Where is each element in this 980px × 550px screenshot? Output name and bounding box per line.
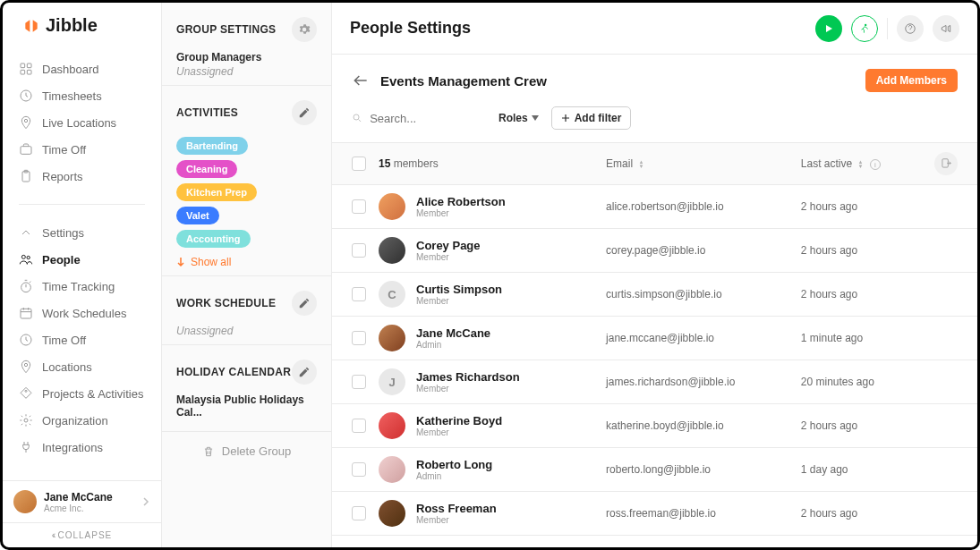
people-icon <box>19 252 33 267</box>
member-email: curtis.simpson@jibble.io <box>606 288 801 300</box>
member-role: Member <box>416 427 502 437</box>
location-pin-icon <box>19 360 33 374</box>
clipboard-icon <box>19 169 33 183</box>
roles-filter-dropdown[interactable]: Roles <box>499 112 539 124</box>
work-schedule-edit-button[interactable] <box>292 291 317 316</box>
member-last-active: 2 hours ago <box>801 200 931 213</box>
group-settings-gear-button[interactable] <box>292 17 317 42</box>
member-name: Corey Page <box>416 239 481 252</box>
nav-item-work-schedules[interactable]: Work Schedules <box>3 300 161 326</box>
nav-item-locations[interactable]: Locations <box>3 353 161 380</box>
select-all-checkbox[interactable] <box>352 157 366 171</box>
clock-in-button[interactable] <box>815 15 842 42</box>
collapse-sidebar-button[interactable]: ‹‹COLLAPSE <box>3 522 161 547</box>
table-row[interactable]: Corey Page Member corey.page@jibble.io 2… <box>332 229 977 273</box>
add-members-button[interactable]: Add Members <box>865 69 958 92</box>
user-status-button[interactable] <box>851 15 878 42</box>
activity-pill-cleaning[interactable]: Cleaning <box>176 160 237 178</box>
row-checkbox[interactable] <box>352 462 366 477</box>
info-icon[interactable]: i <box>870 159 881 170</box>
help-icon <box>904 22 916 35</box>
export-button[interactable] <box>934 152 958 175</box>
play-icon <box>824 24 833 33</box>
svg-point-5 <box>24 119 27 122</box>
nav-item-organization[interactable]: Organization <box>3 407 161 434</box>
pencil-icon <box>298 106 311 119</box>
table-row[interactable]: Alice Robertson Member alice.robertson@j… <box>332 185 977 229</box>
holiday-calendar-edit-button[interactable] <box>292 360 317 385</box>
activity-pill-accounting[interactable]: Accounting <box>176 230 251 248</box>
member-name: Curtis Simpson <box>416 283 502 296</box>
row-checkbox[interactable] <box>352 287 366 301</box>
help-button[interactable] <box>897 15 924 42</box>
member-email: jane.mccane@jibble.io <box>606 332 801 344</box>
activity-pill-valet[interactable]: Valet <box>176 207 219 224</box>
activities-edit-button[interactable] <box>292 100 317 125</box>
nav-item-time-tracking[interactable]: Time Tracking <box>3 273 161 300</box>
row-checkbox[interactable] <box>352 419 366 433</box>
nav-item-settings[interactable]: Settings <box>3 219 161 246</box>
member-name: Katherine Boyd <box>416 414 502 427</box>
table-row[interactable]: Roberto Long Admin roberto.long@jibble.i… <box>332 448 977 492</box>
nav-item-reports[interactable]: Reports <box>3 163 161 190</box>
last-active-column-header[interactable]: Last active ▲▼ i <box>801 157 931 171</box>
member-email: corey.page@jibble.io <box>606 244 801 257</box>
nav-item-live-locations[interactable]: Live Locations <box>3 109 161 136</box>
table-row[interactable]: Jane McCane Admin jane.mccane@jibble.io … <box>332 317 977 360</box>
member-role: Admin <box>416 471 492 481</box>
nav-item-dashboard[interactable]: Dashboard <box>3 55 161 82</box>
nav-item-time-off[interactable]: Time Off <box>3 326 161 353</box>
nav-item-projects-activities[interactable]: Projects & Activities <box>3 380 161 407</box>
activities-title: ACTIVITIES <box>176 106 238 119</box>
row-checkbox[interactable] <box>352 506 366 520</box>
notifications-button[interactable] <box>933 15 959 42</box>
group-settings-title: GROUP SETTINGS <box>176 23 276 36</box>
table-row[interactable]: C Curtis Simpson Member curtis.simpson@j… <box>332 273 977 317</box>
member-role: Member <box>416 208 506 218</box>
current-user-name: Jane McCane <box>44 491 134 503</box>
member-role: Member <box>416 384 520 393</box>
member-email: katherine.boyd@jibble.io <box>606 419 801 432</box>
chevron-up-icon <box>19 225 33 240</box>
search-input[interactable] <box>370 112 486 125</box>
member-role: Member <box>416 515 497 525</box>
back-arrow-icon[interactable] <box>352 72 370 89</box>
chevron-right-icon <box>141 497 150 506</box>
nav-item-timesheets[interactable]: Timesheets <box>3 82 161 109</box>
member-last-active: 20 minutes ago <box>801 376 931 388</box>
email-column-header[interactable]: Email ▲▼ <box>606 157 801 170</box>
member-email: roberto.long@jibble.io <box>606 463 801 476</box>
gear-icon <box>19 413 33 427</box>
nav-item-people[interactable]: People <box>3 246 161 273</box>
member-email: ross.freeman@jibble.io <box>606 507 801 520</box>
row-checkbox[interactable] <box>352 199 366 214</box>
current-user-card[interactable]: Jane McCane Acme Inc. <box>3 480 161 522</box>
add-filter-button[interactable]: Add filter <box>551 106 632 130</box>
member-name: Roberto Long <box>416 458 492 471</box>
member-name: James Richardson <box>416 370 520 384</box>
member-role: Member <box>416 252 481 262</box>
svg-point-15 <box>25 390 27 392</box>
group-title: Events Management Crew <box>380 73 547 89</box>
show-all-activities-button[interactable]: Show all <box>176 256 317 268</box>
delete-group-button[interactable]: Delete Group <box>162 431 331 463</box>
export-icon <box>940 157 952 170</box>
svg-point-17 <box>865 23 866 25</box>
row-checkbox[interactable] <box>352 243 366 258</box>
sort-icon: ▲▼ <box>858 160 864 169</box>
nav-item-time-off[interactable]: Time Off <box>3 136 161 163</box>
search-icon <box>352 112 362 124</box>
svg-rect-2 <box>21 70 25 74</box>
nav-item-integrations[interactable]: Integrations <box>3 434 161 461</box>
svg-rect-12 <box>21 309 31 318</box>
clock-off-icon <box>19 333 33 347</box>
table-row[interactable]: Ross Freeman Member ross.freeman@jibble.… <box>332 492 977 536</box>
row-checkbox[interactable] <box>352 331 366 345</box>
member-name: Jane McCane <box>416 326 490 340</box>
activity-pill-kitchen-prep[interactable]: Kitchen Prep <box>176 183 257 201</box>
table-row[interactable]: Katherine Boyd Member katherine.boyd@jib… <box>332 404 977 448</box>
table-row[interactable]: J James Richardson Member james.richards… <box>332 360 977 404</box>
row-checkbox[interactable] <box>352 375 366 389</box>
holiday-calendar-value: Malaysia Public Holidays Cal... <box>176 393 317 419</box>
activity-pill-bartending[interactable]: Bartending <box>176 137 248 155</box>
